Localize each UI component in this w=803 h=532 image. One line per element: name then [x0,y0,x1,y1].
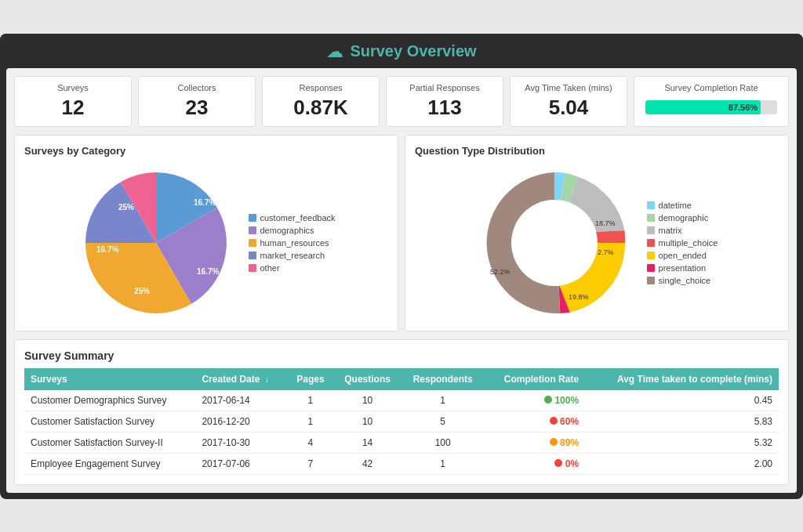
cell-date: 2017-10-30 [195,432,287,453]
completion-pct: 0% [565,458,579,469]
donut-chart: 18.7% 2.7% 19.8% 52.2% [476,165,633,321]
svg-text:25%: 25% [118,203,134,212]
completion-bar-text: 87.56% [729,103,758,112]
cell-date: 2017-07-06 [195,453,287,474]
svg-text:16.7%: 16.7% [194,198,216,207]
col-header-avgtime: Avg Time taken to complete (mins) [585,368,779,390]
cell-survey-name: Customer Satisfaction Survey [24,411,195,432]
stat-label-completion: Survey Completion Rate [664,83,758,92]
pie-chart: 16.7% 16.7% 25% 16.7% 25% [78,165,234,321]
cell-survey-name: Customer Demographics Survey [24,390,195,411]
pie-legend: customer_feedback demographics human_res… [249,213,336,273]
svg-text:18.7%: 18.7% [595,219,616,227]
legend-label-market: market_research [260,251,325,260]
cell-date: 2017-06-14 [195,390,287,411]
stat-card-partial: Partial Responses 113 [386,76,503,127]
cell-pages: 1 [287,411,333,432]
legend-item-presentation: presentation [647,263,718,273]
cell-completion: 89% [485,432,585,453]
cell-respondents: 1 [402,390,485,411]
svg-text:25%: 25% [134,287,150,295]
completion-dot [544,396,552,404]
legend-color-datetime [647,201,655,209]
legend-color-other [249,264,256,272]
completion-pct: 89% [560,437,579,448]
stats-row: Surveys 12 Collectors 23 Responses 0.87K… [14,76,789,127]
summary-title: Survey Summary [24,349,779,362]
legend-item-market-research: market_research [249,251,336,260]
cell-respondents: 1 [402,453,485,474]
legend-color-matrix [647,226,655,234]
donut-legend: datetime demographic matrix multipl [647,201,718,285]
summary-card: Survey Summary Surveys Created Date ↓ Pa… [14,339,789,485]
stat-card-avgtime: Avg Time Taken (mins) 5.04 [510,76,627,127]
cell-questions: 10 [334,390,402,411]
col-header-pages: Pages [287,368,333,390]
legend-color-customer-feedback [249,214,256,222]
stat-label-partial: Partial Responses [409,83,479,92]
cell-questions: 42 [334,453,402,474]
stat-card-collectors: Collectors 23 [138,76,256,127]
completion-pct: 60% [560,416,579,427]
table-row[interactable]: Customer Satisfaction Survey 2016-12-20 … [24,411,779,432]
legend-color-demographic [647,214,655,222]
survey-table: Surveys Created Date ↓ Pages Questions R… [24,368,779,475]
legend-color-demographics [249,226,256,234]
legend-label-datetime: datetime [659,201,692,210]
cell-avgtime: 5.32 [585,432,779,453]
page-title: Survey Overview [350,42,476,60]
legend-color-multiple-choice [647,239,655,247]
stat-value-avgtime: 5.04 [549,96,589,120]
legend-label-hr: human_resources [260,238,329,248]
svg-text:52.2%: 52.2% [490,268,511,276]
col-header-questions: Questions [334,368,402,390]
legend-label-demographics: demographics [260,226,314,235]
cell-avgtime: 2.00 [585,453,779,474]
svg-text:19.8%: 19.8% [569,293,589,301]
table-row[interactable]: Customer Demographics Survey 2017-06-14 … [24,390,779,411]
completion-dot [550,417,558,425]
cell-survey-name: Customer Satisfaction Survey-II [24,432,195,453]
svg-point-5 [511,200,598,286]
col-header-respondents: Respondents [402,368,485,390]
col-header-completion: Completion Rate [485,368,585,390]
legend-label-matrix: matrix [659,226,682,235]
stat-label-collectors: Collectors [178,83,216,92]
table-row[interactable]: Employee Engagement Survey 2017-07-06 7 … [24,453,779,474]
svg-text:16.7%: 16.7% [96,245,118,254]
question-type-title: Question Type Distribution [415,145,779,157]
legend-item-demographics: demographics [249,226,336,235]
legend-label-presentation: presentation [659,263,707,273]
stat-value-surveys: 12 [62,96,85,120]
stat-label-avgtime: Avg Time Taken (mins) [525,83,612,92]
sort-arrow-icon: ↓ [265,375,269,384]
svg-text:2.7%: 2.7% [598,248,614,256]
col-header-date[interactable]: Created Date ↓ [195,368,287,390]
table-row[interactable]: Customer Satisfaction Survey-II 2017-10-… [24,432,779,453]
legend-label-single-choice: single_choice [659,276,711,285]
stat-label-responses: Responses [299,83,342,92]
legend-color-single-choice [647,277,655,284]
surveys-by-category-title: Surveys by Category [24,145,388,157]
legend-color-open-ended [647,252,655,259]
legend-item-multiple-choice: multiple_choice [647,238,718,248]
main-content: Surveys 12 Collectors 23 Responses 0.87K… [6,68,797,493]
cell-completion: 0% [485,453,585,474]
completion-bar-wrapper: 87.56% [645,96,777,114]
legend-item-single-choice: single_choice [647,276,718,285]
stat-card-surveys: Surveys 12 [14,76,132,127]
stat-card-responses: Responses 0.87K [262,76,380,127]
cell-questions: 14 [334,432,402,453]
cell-questions: 10 [334,411,402,432]
completion-bar-fill: 87.56% [645,100,761,114]
completion-dot [550,438,558,446]
cell-completion: 60% [485,411,585,432]
legend-item-human-resources: human_resources [249,238,336,248]
legend-item-other: other [249,263,336,273]
legend-label-demographic: demographic [659,213,709,223]
legend-item-demographic: demographic [647,213,718,223]
completion-dot [554,459,562,467]
cell-avgtime: 5.83 [585,411,779,432]
question-type-card: Question Type Distribution [405,135,789,331]
surveys-by-category-card: Surveys by Category 16.7% [14,135,398,331]
